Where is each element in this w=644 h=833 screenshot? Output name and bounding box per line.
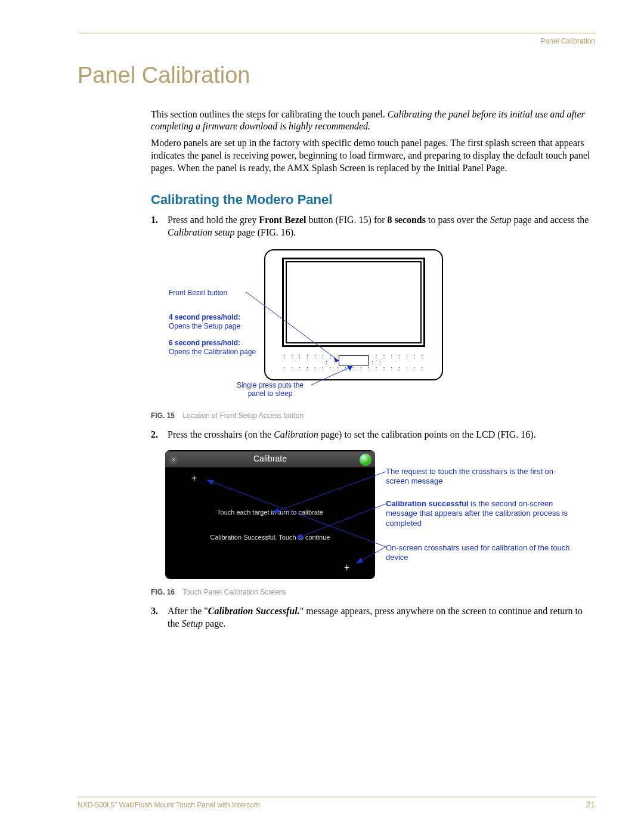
footer-product-name: NXD-500i 5" Wall/Flush Mount Touch Panel… [78, 801, 260, 809]
figure-15-label-6s-text: Opens the Calibration page [169, 348, 256, 356]
step-1-number: 1. [151, 214, 165, 227]
crosshair-icon: + [344, 562, 349, 573]
figure-15-caption: FIG. 15 Location of Front Setup Access b… [151, 411, 304, 420]
s2-t2: page) to set the calibration points on t… [318, 429, 536, 439]
figure-15-label-4s-bold: 4 second press/hold: [169, 313, 240, 321]
panel-inner-screen [286, 261, 422, 343]
calibration-title-bar: × Calibrate [165, 451, 375, 467]
s1-t5: page (FIG. 16). [234, 227, 296, 237]
figure-16-annotation-1: The request to touch the crosshairs is t… [386, 467, 577, 487]
s1-b2: 8 seconds [388, 215, 426, 225]
step-1-body: Press and hold the grey Front Bezel butt… [168, 214, 595, 239]
intro1-pre: This section outlines the steps for cali… [151, 109, 388, 119]
figure-15-label-front-bezel: Front Bezel button [169, 289, 227, 297]
step-2-body: Press the crosshairs (on the Calibration… [168, 429, 595, 441]
calibration-message-1: Touch each target in turn to calibrate [165, 509, 375, 517]
s1-t4: page and access the [512, 215, 589, 225]
figure-15-label-single-press: Single press puts the panel to sleep [228, 382, 312, 398]
step-3: 3. After the "Calibration Successful." m… [151, 605, 595, 630]
s1-t3: to pass over the [426, 215, 490, 225]
figure-15-label-6s-bold: 6 second press/hold: [169, 339, 240, 347]
page-title: Panel Calibration [78, 63, 250, 88]
s1-e1: Setup [490, 215, 512, 225]
s3-t1: After the " [168, 606, 208, 616]
figure-15-caption-text: Location of Front Setup Access button [182, 411, 304, 420]
figure-16-annotation-3: On-screen crosshairs used for calibratio… [386, 543, 577, 563]
s2-e1: Calibration [274, 429, 318, 439]
calibration-title-text: Calibrate [165, 454, 375, 463]
intro-paragraph-2: Modero panels are set up in the factory … [151, 137, 595, 174]
figure-16: × Calibrate + + Touch each target in tur… [165, 450, 583, 581]
crosshair-icon: + [191, 473, 197, 484]
s2-t1: Press the crosshairs (on the [168, 429, 274, 439]
step-3-number: 3. [151, 605, 165, 618]
panel-front-bezel-button [339, 355, 369, 366]
figure-16-annotation-2: Calibration successful is the second on-… [386, 499, 577, 528]
top-rule [78, 33, 596, 33]
s3-be1: Calibration Successful. [208, 606, 300, 616]
s1-t1: Press and hold the grey [168, 215, 259, 225]
figure-16-annotation-2-bold: Calibration successful [386, 499, 469, 508]
step-2: 2. Press the crosshairs (on the Calibrat… [151, 429, 595, 441]
ok-indicator-icon [360, 454, 371, 466]
calibration-message-2: Calibration Successful. Touch to continu… [165, 534, 375, 542]
step-1: 1. Press and hold the grey Front Bezel b… [151, 214, 595, 239]
s1-e2: Calibration setup [168, 227, 234, 237]
s1-b1: Front Bezel [259, 215, 306, 225]
intro-paragraph-1: This section outlines the steps for cali… [151, 109, 595, 132]
footer-page-number: 21 [586, 800, 595, 809]
subheading: Calibrating the Modero Panel [151, 192, 332, 208]
figure-15: Front Bezel button 4 second press/hold: … [151, 249, 595, 391]
figure-15-caption-number: FIG. 15 [151, 411, 175, 420]
step-3-body: After the "Calibration Successful." mess… [168, 605, 595, 630]
panel-diagram: : : : : : : : : : : : : : : : : : : : : … [264, 249, 443, 380]
footer-rule [78, 797, 596, 797]
figure-16-caption: FIG. 16 Touch Panel Calibration Screens [151, 588, 286, 596]
s3-e1: Setup [182, 618, 203, 628]
calibration-screen: × Calibrate + + Touch each target in tur… [165, 450, 375, 579]
s1-t2: button (FIG. 15) for [306, 215, 388, 225]
step-2-number: 2. [151, 429, 165, 441]
header-section: Panel Calibration [541, 37, 595, 45]
s3-t3: page. [203, 618, 225, 628]
figure-16-caption-text: Touch Panel Calibration Screens [182, 588, 286, 596]
figure-15-label-4s-text: Opens the Setup page [169, 322, 240, 330]
figure-16-caption-number: FIG. 16 [151, 588, 175, 596]
